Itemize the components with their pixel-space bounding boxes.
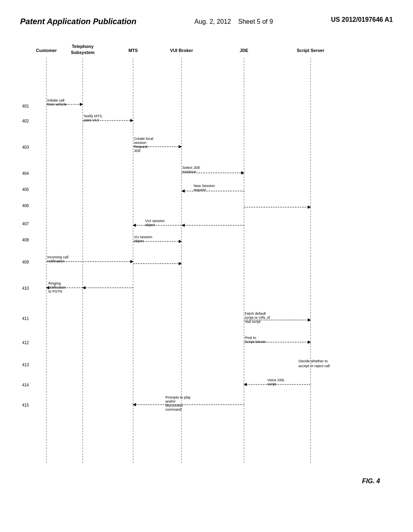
col-telephony: Telephony [72, 44, 94, 49]
diagram: Customer Telephony Subsystem MTS VUI Bro… [20, 40, 399, 503]
page: Patent Application Publication Aug. 2, 2… [0, 0, 413, 532]
step-403: 403 [22, 145, 29, 150]
label-408-1: VU session [134, 235, 152, 239]
label-415-2: and/or [165, 399, 176, 403]
label-408-2: object [134, 239, 144, 243]
col-vui-broker: VUI Broker [170, 48, 194, 53]
label-407-2: object [145, 223, 155, 227]
label-403-1: Create local [134, 137, 153, 141]
arrowhead-407b [181, 224, 185, 227]
arrowhead-407 [133, 224, 136, 227]
label-415-1: Prompts to play [165, 395, 191, 399]
label-411-1: Fetch default [245, 312, 266, 316]
arrowhead-405 [181, 189, 185, 193]
patent-title: Patent Application Publication [20, 16, 136, 27]
sheet-info: Sheet 5 of 9 [238, 18, 273, 25]
label-411-3: real script [245, 320, 261, 324]
label-410-1: Ringing [48, 281, 61, 285]
svg-text:Subsystem: Subsystem [71, 50, 95, 55]
step-408: 408 [22, 238, 29, 242]
step-412: 412 [22, 341, 29, 345]
label-407-1: VUI session [145, 219, 165, 223]
step-409: 409 [22, 260, 29, 264]
label-412-1: Post to [245, 336, 256, 340]
step-404: 404 [22, 171, 29, 176]
label-413-1: Decide whether to [298, 359, 328, 363]
col-script-server: Script Server [297, 48, 325, 53]
step-411: 411 [22, 316, 29, 321]
diagram-svg: Customer Telephony Subsystem MTS VUI Bro… [20, 40, 399, 503]
step-413: 413 [22, 363, 29, 367]
label-410-2: notification [48, 285, 66, 289]
fig-label: FIG. 4 [362, 478, 380, 484]
label-404-1: Select JDE [182, 166, 200, 170]
label-403-2: session [134, 141, 146, 145]
header: Patent Application Publication Aug. 2, 2… [20, 16, 393, 28]
col-mts: MTS [128, 48, 138, 53]
patent-number: US 2012/0197646 A1 [331, 16, 393, 23]
step-407: 407 [22, 222, 29, 226]
label-414-1: Voice XML [267, 378, 285, 382]
label-409-1: Incoming call [47, 255, 69, 259]
label-410-3: to PSTN [48, 289, 62, 293]
step-401: 401 [22, 104, 29, 108]
step-405: 405 [22, 187, 29, 192]
col-customer: Customer [36, 48, 57, 53]
step-410: 410 [22, 286, 29, 291]
label-413-2: accept or reject call [298, 364, 330, 368]
label-409-2: notification [47, 259, 65, 263]
label-403-4: JDE [134, 149, 141, 153]
label-402-2: pass UUI [84, 118, 99, 122]
header-center: Aug. 2, 2012 Sheet 5 of 9 [194, 16, 273, 28]
pub-date: Aug. 2, 2012 [194, 18, 231, 25]
label-415-3: disconnect [165, 403, 183, 407]
label-403-3: Request [134, 145, 148, 149]
col-jde: JDE [240, 48, 248, 53]
step-415: 415 [22, 403, 29, 407]
step-414: 414 [22, 383, 29, 387]
label-412-2: Script Server [245, 340, 266, 344]
label-415-4: command [165, 407, 181, 411]
label-411-2: script or URL of [245, 316, 270, 320]
step-406: 406 [22, 204, 29, 208]
label-401-2: from vehicle [47, 102, 67, 106]
label-404-2: Instance [182, 170, 196, 174]
label-414-2: script [267, 382, 276, 386]
label-405-1: New Session [194, 184, 215, 188]
label-401-1: Initiate call [47, 98, 65, 102]
step-402: 402 [22, 119, 29, 123]
label-402-1: Notify MTS, [84, 114, 103, 118]
label-405-2: request [194, 188, 206, 192]
